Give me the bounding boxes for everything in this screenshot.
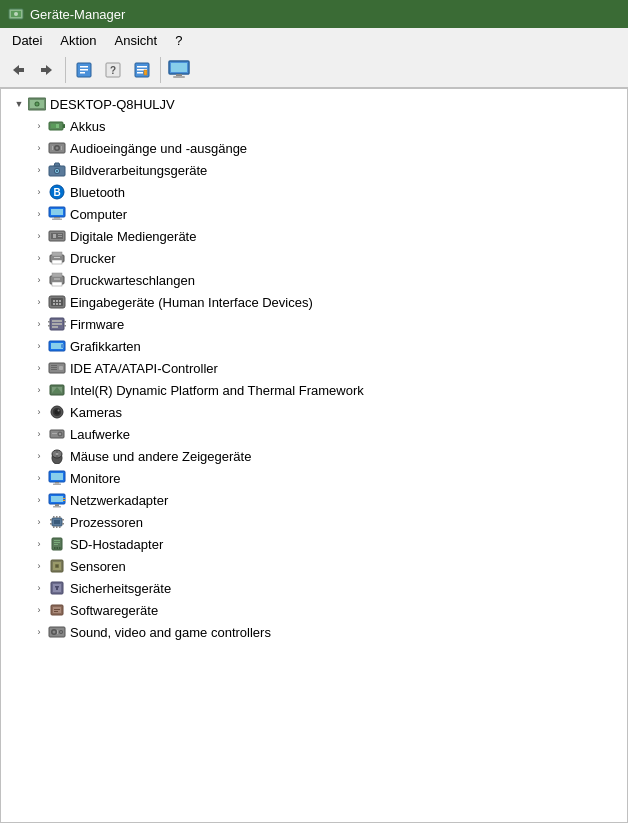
svg-rect-126 — [57, 547, 59, 549]
list-item[interactable]: › — [29, 511, 627, 533]
svg-rect-107 — [63, 498, 65, 499]
svg-point-93 — [59, 433, 61, 435]
ide-label: IDE ATA/ATAPI-Controller — [70, 361, 218, 376]
monitor-label: Monitore — [70, 471, 121, 486]
akkus-label: Akkus — [70, 119, 105, 134]
svg-rect-116 — [59, 526, 61, 528]
svg-rect-124 — [54, 544, 58, 545]
svg-rect-94 — [52, 433, 57, 434]
menu-aktion[interactable]: Aktion — [52, 31, 104, 50]
list-item[interactable]: › Sound, video and game controllers — [29, 621, 627, 643]
list-item[interactable]: › Druckwarteschlangen — [29, 269, 627, 291]
svg-rect-58 — [54, 279, 60, 280]
list-item[interactable]: › B Bluetooth — [29, 181, 627, 203]
svg-point-90 — [58, 410, 60, 412]
svg-rect-73 — [64, 321, 66, 323]
device-tree-panel[interactable]: ▼ DESKTOP-Q8HULJV › — [0, 88, 628, 823]
list-item[interactable]: › Akkus — [29, 115, 627, 137]
svg-rect-120 — [62, 523, 64, 525]
svg-rect-81 — [51, 366, 57, 367]
menu-datei[interactable]: Datei — [4, 31, 50, 50]
root-node[interactable]: ▼ DESKTOP-Q8HULJV — [9, 93, 627, 115]
svg-rect-19 — [171, 63, 187, 72]
forward-button[interactable] — [33, 57, 61, 83]
svg-rect-21 — [173, 76, 185, 78]
svg-rect-105 — [55, 504, 59, 506]
list-item[interactable]: › Mäuse und andere Zeigegeräte — [29, 445, 627, 467]
computer-icon — [47, 205, 67, 223]
svg-rect-54 — [54, 257, 60, 258]
hid-label: Eingabegeräte (Human Interface Devices) — [70, 295, 313, 310]
camera-chevron: › — [31, 162, 47, 178]
svg-rect-56 — [52, 273, 62, 277]
list-item[interactable]: › Sicherheitsgeräte — [29, 577, 627, 599]
svg-rect-102 — [53, 484, 61, 486]
svg-rect-45 — [52, 219, 62, 221]
network-chevron: › — [31, 492, 47, 508]
printer-icon — [47, 249, 67, 267]
svg-rect-64 — [53, 303, 55, 305]
drive-icon — [47, 425, 67, 443]
monitor-button[interactable] — [165, 57, 193, 83]
list-item[interactable]: › SD-Hostadapter — [29, 533, 627, 555]
list-item[interactable]: › Intel(R) Dynamic Platform and Thermal … — [29, 379, 627, 401]
help-button[interactable]: ? — [99, 57, 127, 83]
sdcard-chevron: › — [31, 536, 47, 552]
app-icon — [8, 6, 24, 22]
list-item[interactable]: › Audioeingänge und -ausgänge — [29, 137, 627, 159]
menu-help[interactable]: ? — [167, 31, 190, 50]
svg-rect-66 — [59, 303, 61, 305]
menu-ansicht[interactable]: Ansicht — [107, 31, 166, 50]
list-item[interactable]: › Computer — [29, 203, 627, 225]
list-item[interactable]: › Firmware — [29, 313, 627, 335]
list-item[interactable]: › Grafikkarten — [29, 335, 627, 357]
svg-rect-69 — [52, 323, 62, 325]
gpu-icon — [47, 337, 67, 355]
svg-rect-123 — [54, 542, 60, 543]
camera-icon — [47, 161, 67, 179]
svg-rect-17 — [144, 70, 147, 75]
nav-group — [4, 57, 66, 83]
svg-rect-53 — [52, 260, 62, 264]
svg-rect-112 — [56, 516, 58, 518]
list-item[interactable]: › Digitale Mediengeräte — [29, 225, 627, 247]
gpu-chevron: › — [31, 338, 47, 354]
cpu-chevron: › — [31, 514, 47, 530]
list-item[interactable]: › IDE ATA/ATAPI-Controller — [29, 357, 627, 379]
list-item[interactable]: › Kameras — [29, 401, 627, 423]
webcam-label: Kameras — [70, 405, 122, 420]
list-item[interactable]: › Monitore — [29, 467, 627, 489]
list-item[interactable]: › Softwaregeräte — [29, 599, 627, 621]
list-item[interactable]: › Bildverarbeitungsgeräte — [29, 159, 627, 181]
list-item[interactable]: › Sensoren — [29, 555, 627, 577]
resources-button[interactable] — [128, 57, 156, 83]
tree-root: ▼ DESKTOP-Q8HULJV › — [1, 93, 627, 643]
svg-rect-61 — [53, 300, 55, 302]
audio-icon — [47, 139, 67, 157]
cpu-icon — [47, 513, 67, 531]
list-item[interactable]: › Eingabegeräte (Human — [29, 291, 627, 313]
svg-rect-127 — [59, 547, 61, 549]
computer-label: Computer — [70, 207, 127, 222]
svg-rect-80 — [59, 366, 63, 370]
title-bar: Geräte-Manager — [0, 0, 628, 28]
properties-button[interactable] — [70, 57, 98, 83]
webcam-icon — [47, 403, 67, 421]
media-label: Digitale Mediengeräte — [70, 229, 196, 244]
svg-rect-77 — [61, 344, 64, 348]
list-item[interactable]: › Laufwerke — [29, 423, 627, 445]
camera-label: Bildverarbeitungsgeräte — [70, 163, 207, 178]
sound-chevron: › — [31, 624, 47, 640]
mouse-label: Mäuse und andere Zeigegeräte — [70, 449, 251, 464]
svg-rect-49 — [58, 234, 62, 235]
security-label: Sicherheitsgeräte — [70, 581, 171, 596]
svg-rect-71 — [48, 321, 50, 323]
media-icon — [47, 227, 67, 245]
list-item[interactable]: › Drucker — [29, 247, 627, 269]
svg-rect-70 — [52, 326, 58, 328]
list-item[interactable]: › Netzwerkadapter — [29, 489, 627, 511]
back-button[interactable] — [4, 57, 32, 83]
drive-label: Laufwerke — [70, 427, 130, 442]
root-icon — [27, 95, 47, 113]
security-icon — [47, 579, 67, 597]
